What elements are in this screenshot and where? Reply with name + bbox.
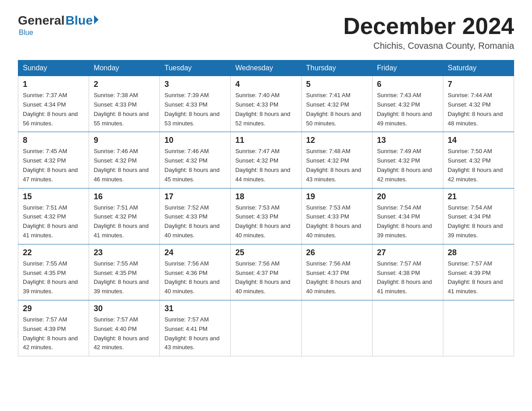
- table-row: 18Sunrise: 7:53 AMSunset: 4:33 PMDayligh…: [231, 188, 301, 244]
- col-header-saturday: Saturday: [443, 60, 514, 76]
- day-info: Sunrise: 7:38 AMSunset: 4:33 PMDaylight:…: [94, 91, 155, 128]
- day-info: Sunrise: 7:56 AMSunset: 4:37 PMDaylight:…: [235, 259, 296, 296]
- day-number: 4: [235, 80, 296, 89]
- col-header-tuesday: Tuesday: [160, 60, 231, 76]
- table-row: [301, 300, 372, 356]
- table-row: 19Sunrise: 7:53 AMSunset: 4:33 PMDayligh…: [301, 188, 372, 244]
- day-info: Sunrise: 7:44 AMSunset: 4:32 PMDaylight:…: [448, 91, 509, 128]
- day-number: 17: [164, 192, 226, 201]
- page-header: General Blue Blue December 2024 Chichis,…: [18, 13, 514, 51]
- table-row: 17Sunrise: 7:52 AMSunset: 4:33 PMDayligh…: [160, 188, 231, 244]
- day-number: 1: [23, 80, 84, 89]
- col-header-sunday: Sunday: [18, 60, 89, 76]
- day-info: Sunrise: 7:56 AMSunset: 4:36 PMDaylight:…: [164, 259, 226, 296]
- day-number: 20: [377, 192, 438, 201]
- table-row: 30Sunrise: 7:57 AMSunset: 4:40 PMDayligh…: [89, 300, 160, 356]
- day-number: 10: [164, 136, 226, 145]
- calendar-week-row: 8Sunrise: 7:45 AMSunset: 4:32 PMDaylight…: [18, 132, 514, 188]
- day-number: 29: [23, 304, 84, 313]
- day-number: 3: [164, 80, 226, 89]
- table-row: 27Sunrise: 7:57 AMSunset: 4:38 PMDayligh…: [372, 244, 443, 300]
- day-info: Sunrise: 7:51 AMSunset: 4:32 PMDaylight:…: [94, 203, 155, 240]
- day-number: 2: [94, 80, 155, 89]
- day-info: Sunrise: 7:43 AMSunset: 4:32 PMDaylight:…: [377, 91, 438, 128]
- table-row: 15Sunrise: 7:51 AMSunset: 4:32 PMDayligh…: [18, 188, 89, 244]
- col-header-friday: Friday: [372, 60, 443, 76]
- day-info: Sunrise: 7:57 AMSunset: 4:41 PMDaylight:…: [164, 315, 226, 352]
- table-row: 9Sunrise: 7:46 AMSunset: 4:32 PMDaylight…: [89, 132, 160, 188]
- day-info: Sunrise: 7:57 AMSunset: 4:39 PMDaylight:…: [448, 259, 509, 296]
- day-info: Sunrise: 7:39 AMSunset: 4:33 PMDaylight:…: [164, 91, 226, 128]
- day-info: Sunrise: 7:45 AMSunset: 4:32 PMDaylight:…: [23, 147, 84, 184]
- day-info: Sunrise: 7:50 AMSunset: 4:32 PMDaylight:…: [448, 147, 509, 184]
- table-row: 21Sunrise: 7:54 AMSunset: 4:34 PMDayligh…: [443, 188, 514, 244]
- table-row: 4Sunrise: 7:40 AMSunset: 4:33 PMDaylight…: [231, 76, 301, 132]
- table-row: 23Sunrise: 7:55 AMSunset: 4:35 PMDayligh…: [89, 244, 160, 300]
- day-number: 23: [94, 248, 155, 257]
- day-number: 26: [306, 248, 368, 257]
- table-row: 20Sunrise: 7:54 AMSunset: 4:34 PMDayligh…: [372, 188, 443, 244]
- table-row: 14Sunrise: 7:50 AMSunset: 4:32 PMDayligh…: [443, 132, 514, 188]
- day-info: Sunrise: 7:54 AMSunset: 4:34 PMDaylight:…: [377, 203, 438, 240]
- day-info: Sunrise: 7:54 AMSunset: 4:34 PMDaylight:…: [448, 203, 509, 240]
- day-number: 8: [23, 136, 84, 145]
- table-row: 16Sunrise: 7:51 AMSunset: 4:32 PMDayligh…: [89, 188, 160, 244]
- day-number: 11: [235, 136, 296, 145]
- logo-arrow-icon: [94, 15, 99, 24]
- day-info: Sunrise: 7:49 AMSunset: 4:32 PMDaylight:…: [377, 147, 438, 184]
- day-info: Sunrise: 7:57 AMSunset: 4:40 PMDaylight:…: [94, 315, 155, 352]
- day-info: Sunrise: 7:46 AMSunset: 4:32 PMDaylight:…: [94, 147, 155, 184]
- day-info: Sunrise: 7:52 AMSunset: 4:33 PMDaylight:…: [164, 203, 226, 240]
- calendar-week-row: 29Sunrise: 7:57 AMSunset: 4:39 PMDayligh…: [18, 300, 514, 356]
- day-number: 6: [377, 80, 438, 89]
- day-info: Sunrise: 7:46 AMSunset: 4:32 PMDaylight:…: [164, 147, 226, 184]
- calendar-table: Sunday Monday Tuesday Wednesday Thursday…: [18, 60, 514, 356]
- day-info: Sunrise: 7:57 AMSunset: 4:38 PMDaylight:…: [377, 259, 438, 296]
- table-row: 2Sunrise: 7:38 AMSunset: 4:33 PMDaylight…: [89, 76, 160, 132]
- table-row: 5Sunrise: 7:41 AMSunset: 4:32 PMDaylight…: [301, 76, 372, 132]
- table-row: 3Sunrise: 7:39 AMSunset: 4:33 PMDaylight…: [160, 76, 231, 132]
- logo-blue-part: Blue: [64, 13, 99, 28]
- day-number: 24: [164, 248, 226, 257]
- logo: General Blue Blue: [18, 13, 99, 37]
- table-row: 8Sunrise: 7:45 AMSunset: 4:32 PMDaylight…: [18, 132, 89, 188]
- day-number: 30: [94, 304, 155, 313]
- calendar-header-row: Sunday Monday Tuesday Wednesday Thursday…: [18, 60, 514, 76]
- col-header-wednesday: Wednesday: [231, 60, 301, 76]
- day-number: 31: [164, 304, 226, 313]
- col-header-thursday: Thursday: [301, 60, 372, 76]
- calendar-week-row: 22Sunrise: 7:55 AMSunset: 4:35 PMDayligh…: [18, 244, 514, 300]
- table-row: 1Sunrise: 7:37 AMSunset: 4:34 PMDaylight…: [18, 76, 89, 132]
- day-number: 13: [377, 136, 438, 145]
- table-row: [372, 300, 443, 356]
- table-row: 31Sunrise: 7:57 AMSunset: 4:41 PMDayligh…: [160, 300, 231, 356]
- logo-general-text: General: [18, 13, 64, 28]
- table-row: [443, 300, 514, 356]
- table-row: 7Sunrise: 7:44 AMSunset: 4:32 PMDaylight…: [443, 76, 514, 132]
- day-number: 28: [448, 248, 509, 257]
- day-number: 19: [306, 192, 368, 201]
- day-info: Sunrise: 7:53 AMSunset: 4:33 PMDaylight:…: [235, 203, 296, 240]
- day-info: Sunrise: 7:57 AMSunset: 4:39 PMDaylight:…: [23, 315, 84, 352]
- day-number: 22: [23, 248, 84, 257]
- day-number: 21: [448, 192, 509, 201]
- day-number: 5: [306, 80, 368, 89]
- table-row: 26Sunrise: 7:56 AMSunset: 4:37 PMDayligh…: [301, 244, 372, 300]
- table-row: 29Sunrise: 7:57 AMSunset: 4:39 PMDayligh…: [18, 300, 89, 356]
- day-number: 15: [23, 192, 84, 201]
- day-number: 16: [94, 192, 155, 201]
- day-number: 25: [235, 248, 296, 257]
- table-row: 22Sunrise: 7:55 AMSunset: 4:35 PMDayligh…: [18, 244, 89, 300]
- day-number: 9: [94, 136, 155, 145]
- day-number: 12: [306, 136, 368, 145]
- table-row: 10Sunrise: 7:46 AMSunset: 4:32 PMDayligh…: [160, 132, 231, 188]
- month-title: December 2024: [343, 13, 514, 39]
- table-row: 12Sunrise: 7:48 AMSunset: 4:32 PMDayligh…: [301, 132, 372, 188]
- day-info: Sunrise: 7:51 AMSunset: 4:32 PMDaylight:…: [23, 203, 84, 240]
- day-number: 14: [448, 136, 509, 145]
- table-row: 25Sunrise: 7:56 AMSunset: 4:37 PMDayligh…: [231, 244, 301, 300]
- day-info: Sunrise: 7:41 AMSunset: 4:32 PMDaylight:…: [306, 91, 368, 128]
- col-header-monday: Monday: [89, 60, 160, 76]
- logo-blue-text: Blue: [65, 13, 93, 28]
- calendar-week-row: 15Sunrise: 7:51 AMSunset: 4:32 PMDayligh…: [18, 188, 514, 244]
